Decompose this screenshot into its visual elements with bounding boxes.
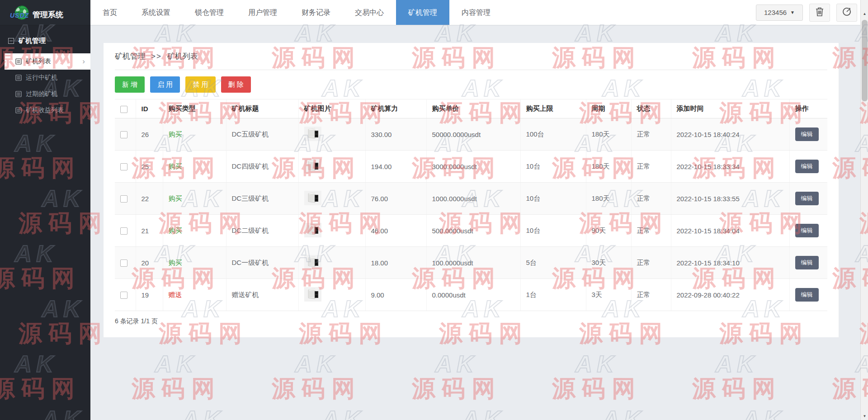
chevron-right-icon: › — [82, 57, 85, 66]
nav-item[interactable]: 财务记录 — [289, 0, 343, 25]
export-button[interactable] — [836, 4, 857, 22]
cell-id: 25 — [136, 151, 163, 183]
cell-status: 正常 — [631, 247, 671, 279]
cell-cycle: 30天 — [586, 247, 631, 279]
delete-button[interactable]: 删 除 — [221, 76, 251, 93]
col-price: 购买单价 — [426, 99, 520, 118]
miner-table: ID 购买类型 矿机标题 矿机图片 矿机算力 购买单价 购买上限 周期 状态 添… — [115, 99, 827, 311]
breadcrumb-divider — [115, 70, 827, 70]
nav-item[interactable]: 矿机管理 — [396, 0, 449, 25]
sidebar-item[interactable]: 运行中矿机 — [0, 70, 90, 86]
cell-price: 1000.0000usdt — [426, 183, 520, 215]
nav-item[interactable]: 用户管理 — [236, 0, 289, 25]
nav-item[interactable]: 内容管理 — [449, 0, 503, 25]
cell-id: 26 — [136, 118, 163, 151]
select-all-checkbox[interactable] — [120, 106, 127, 113]
cell-id: 20 — [136, 247, 163, 279]
row-checkbox[interactable] — [120, 227, 127, 235]
export-icon — [842, 7, 852, 19]
row-checkbox[interactable] — [120, 292, 127, 299]
cell-status: 正常 — [631, 279, 671, 311]
sidebar-item-label: 矿机列表 — [26, 57, 51, 66]
cell-status: 正常 — [631, 183, 671, 215]
scroll-down-arrow[interactable]: ▼ — [861, 412, 868, 420]
enable-button[interactable]: 启 用 — [150, 76, 180, 93]
col-time: 添加时间 — [671, 99, 789, 118]
cell-status: 正常 — [631, 215, 671, 247]
watermark-tile: AK源码网 — [136, 408, 271, 420]
cell-price: 3000.0000usdt — [426, 151, 520, 183]
cell-time: 2022-10-15 18:33:34 — [671, 151, 789, 183]
watermark-tile: AK源码网 — [529, 353, 665, 401]
watermark-tile: AK源码网 — [108, 353, 244, 401]
col-cycle: 周期 — [586, 99, 631, 118]
user-dropdown[interactable]: 123456 ▼ — [756, 5, 803, 21]
sidebar-menu: 矿机列表 › 运行中矿机 过期的矿机 — [0, 53, 90, 118]
col-limit: 购买上限 — [520, 99, 586, 118]
cell-title: 赠送矿机 — [226, 279, 298, 311]
app-title: 管理系统 — [33, 9, 63, 20]
nav-item[interactable]: 系统设置 — [129, 0, 183, 25]
miner-image — [304, 223, 321, 239]
edit-button[interactable]: 编辑 — [795, 288, 819, 302]
edit-button[interactable]: 编辑 — [795, 127, 819, 141]
scrollbar-thumb[interactable] — [862, 20, 868, 101]
table-row: 25 购买 DC四级矿机 — [115, 151, 827, 183]
cell-limit: 10台 — [520, 215, 586, 247]
cell-buy-type: 赠送 — [169, 291, 182, 298]
trash-icon — [815, 7, 824, 19]
cell-buy-type: 购买 — [169, 162, 182, 170]
breadcrumb-parent[interactable]: 矿机管理 — [115, 51, 146, 61]
edit-button[interactable]: 编辑 — [795, 160, 819, 173]
cell-title: DC三级矿机 — [226, 183, 298, 215]
list-icon — [15, 75, 22, 81]
cell-id: 21 — [136, 215, 163, 247]
sidebar-item-label: 运行中矿机 — [26, 74, 57, 82]
sidebar-item[interactable]: 矿机列表 › — [5, 53, 90, 70]
row-checkbox[interactable] — [120, 163, 127, 170]
row-checkbox[interactable] — [120, 195, 127, 203]
watermark-tile: AK源码网 — [276, 408, 411, 420]
content-panel: 矿机管理 >> 矿机列表 新 增 启 用 禁 用 删 除 ID 购买类型 矿机标… — [104, 43, 839, 337]
top-navbar: USDZ 管理系统 首页 系统设置 锁仓管理 用户管理 财务记录 — [0, 0, 868, 25]
cell-title: DC一级矿机 — [226, 247, 298, 279]
sidebar-item[interactable]: 过期的矿机 — [0, 86, 90, 102]
add-button[interactable]: 新 增 — [115, 76, 145, 93]
col-action: 操作 — [789, 99, 827, 118]
miner-image — [304, 287, 321, 303]
cell-limit: 5台 — [520, 247, 586, 279]
scroll-up-arrow[interactable]: ▲ — [861, 10, 868, 18]
disable-button[interactable]: 禁 用 — [185, 76, 215, 93]
nav-item[interactable]: 交易中心 — [343, 0, 396, 25]
cell-time: 2022-10-15 18:33:55 — [671, 183, 789, 215]
sidebar-item[interactable]: 矿机收益列表 — [0, 102, 90, 118]
watermark-tile: AK源码网 — [556, 408, 692, 420]
cell-limit: 100台 — [520, 118, 586, 151]
cell-hashrate: 9.00 — [365, 279, 426, 311]
breadcrumb: 矿机管理 >> 矿机列表 — [115, 51, 827, 61]
watermark-tile: AK源码网 — [416, 408, 552, 420]
cell-hashrate: 76.00 — [365, 183, 426, 215]
watermark-tile: AK源码网 — [389, 353, 524, 401]
cell-buy-type: 购买 — [169, 259, 182, 266]
nav-item[interactable]: 锁仓管理 — [183, 0, 236, 25]
trash-button[interactable] — [809, 4, 830, 22]
edit-button[interactable]: 编辑 — [795, 224, 819, 237]
cell-id: 22 — [136, 183, 163, 215]
main-nav: 首页 系统设置 锁仓管理 用户管理 财务记录 交易中心 矿机管理 — [90, 0, 503, 25]
sidebar-group-label: 矿机管理 — [19, 37, 46, 45]
row-checkbox[interactable] — [120, 260, 127, 267]
nav-item[interactable]: 首页 — [90, 0, 129, 25]
cell-limit: 1台 — [520, 279, 586, 311]
col-id: ID — [136, 99, 163, 118]
row-checkbox[interactable] — [120, 131, 127, 138]
sidebar-item-label: 过期的矿机 — [26, 90, 57, 98]
edit-button[interactable]: 编辑 — [795, 256, 819, 269]
edit-button[interactable]: 编辑 — [795, 192, 819, 205]
breadcrumb-separator: >> — [151, 52, 162, 61]
col-buy-type: 购买类型 — [163, 99, 226, 118]
miner-image — [304, 127, 321, 142]
vertical-scrollbar[interactable]: ▲ ▼ — [860, 0, 868, 420]
cell-time: 2022-10-15 18:34:04 — [671, 215, 789, 247]
sidebar-group-miner-management[interactable]: 矿机管理 — [0, 25, 90, 53]
